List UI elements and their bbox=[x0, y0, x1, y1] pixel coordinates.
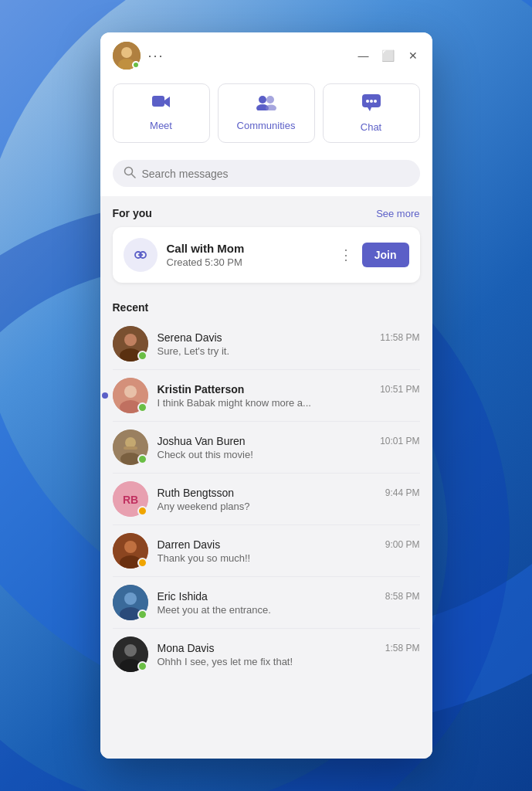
svg-point-24 bbox=[125, 437, 136, 448]
chat-button[interactable]: Chat bbox=[323, 83, 420, 143]
svg-rect-26 bbox=[124, 446, 137, 450]
chat-preview: Thank you so much!! bbox=[158, 552, 420, 564]
more-options-button[interactable]: ··· bbox=[148, 48, 164, 64]
call-title: Call with Mom bbox=[167, 242, 327, 255]
chat-preview: Sure, Let's try it. bbox=[158, 345, 420, 357]
chat-name: Joshua Van Buren bbox=[158, 435, 246, 447]
svg-point-11 bbox=[374, 100, 377, 103]
user-avatar-container bbox=[113, 42, 141, 70]
call-link-icon bbox=[124, 238, 158, 272]
svg-point-21 bbox=[124, 385, 137, 398]
quick-actions-bar: Meet Communities bbox=[100, 76, 432, 154]
status-badge bbox=[137, 506, 147, 516]
search-bar bbox=[113, 160, 420, 187]
chat-item-serena[interactable]: Serena Davis 11:58 PM Sure, Let's try it… bbox=[113, 318, 420, 370]
search-input[interactable] bbox=[142, 168, 409, 180]
title-bar: ··· — ⬜ ✕ bbox=[100, 32, 432, 76]
meet-icon bbox=[151, 93, 171, 115]
status-badge bbox=[137, 402, 147, 412]
chat-avatar bbox=[113, 429, 148, 465]
svg-point-1 bbox=[121, 47, 132, 58]
svg-rect-3 bbox=[152, 96, 164, 107]
chat-avatar bbox=[113, 637, 148, 672]
chat-name: Darren Davis bbox=[158, 538, 221, 551]
chat-body: Mona Davis 1:58 PM Ohhh I see, yes let m… bbox=[158, 642, 420, 667]
svg-point-5 bbox=[266, 96, 274, 104]
chat-time: 9:44 PM bbox=[385, 487, 420, 498]
chat-name: Kristin Patterson bbox=[158, 383, 245, 396]
user-status-dot bbox=[132, 61, 140, 69]
call-more-button[interactable]: ⋮ bbox=[336, 245, 356, 265]
chat-body: Serena Davis 11:58 PM Sure, Let's try it… bbox=[158, 331, 420, 357]
svg-point-9 bbox=[366, 100, 369, 103]
chat-name: Serena Davis bbox=[158, 331, 222, 344]
for-you-header: For you See more bbox=[113, 207, 420, 219]
chat-time: 11:58 PM bbox=[380, 332, 419, 343]
svg-point-30 bbox=[124, 541, 137, 553]
chat-body: Eric Ishida 8:58 PM Meet you at the entr… bbox=[158, 590, 420, 616]
communities-icon bbox=[256, 93, 277, 115]
chat-body: Darren Davis 9:00 PM Thank you so much!! bbox=[158, 538, 420, 564]
communities-button[interactable]: Communities bbox=[218, 83, 315, 143]
chat-list: Serena Davis 11:58 PM Sure, Let's try it… bbox=[113, 318, 420, 680]
status-badge bbox=[137, 661, 147, 671]
call-subtitle: Created 5:30 PM bbox=[167, 256, 327, 268]
chat-header-row: Serena Davis 11:58 PM bbox=[158, 331, 420, 344]
chat-item-ruth[interactable]: RB Ruth Bengtsson 9:44 PM Any weekend pl… bbox=[113, 474, 420, 525]
join-button[interactable]: Join bbox=[362, 243, 409, 267]
svg-point-36 bbox=[124, 644, 137, 657]
search-icon bbox=[124, 166, 136, 181]
chat-avatar bbox=[113, 378, 148, 413]
chat-item-kristin[interactable]: Kristin Patterson 10:51 PM I think Babak… bbox=[113, 370, 420, 422]
status-badge bbox=[137, 351, 147, 361]
chat-header-row: Joshua Van Buren 10:01 PM bbox=[158, 435, 420, 447]
chat-body: Joshua Van Buren 10:01 PM Check out this… bbox=[158, 435, 420, 460]
for-you-title: For you bbox=[113, 207, 152, 219]
svg-point-4 bbox=[259, 96, 266, 104]
chat-preview: Meet you at the entrance. bbox=[158, 604, 420, 616]
search-section bbox=[100, 154, 432, 196]
see-more-link[interactable]: See more bbox=[376, 208, 419, 219]
chat-avatar bbox=[113, 326, 148, 362]
svg-point-33 bbox=[124, 592, 137, 605]
status-badge bbox=[137, 558, 147, 568]
chat-time: 9:00 PM bbox=[385, 539, 420, 550]
svg-point-18 bbox=[124, 334, 137, 346]
meet-button[interactable]: Meet bbox=[113, 83, 210, 143]
app-window: ··· — ⬜ ✕ Meet bbox=[100, 32, 432, 759]
svg-line-13 bbox=[131, 175, 135, 178]
chat-time: 10:01 PM bbox=[380, 436, 419, 446]
call-actions: ⋮ Join bbox=[336, 243, 409, 267]
chat-icon bbox=[361, 93, 381, 117]
chat-time: 10:51 PM bbox=[380, 384, 419, 395]
svg-text:RB: RB bbox=[122, 494, 137, 506]
meet-label: Meet bbox=[150, 120, 172, 131]
for-you-section: For you See more Call with Mom Created 5… bbox=[100, 196, 432, 289]
minimize-button[interactable]: — bbox=[357, 49, 371, 63]
maximize-button[interactable]: ⬜ bbox=[381, 49, 395, 63]
chat-header-row: Ruth Bengtsson 9:44 PM bbox=[158, 487, 420, 499]
call-card: Call with Mom Created 5:30 PM ⋮ Join bbox=[113, 227, 420, 283]
call-info: Call with Mom Created 5:30 PM bbox=[167, 242, 327, 268]
chat-avatar bbox=[113, 533, 148, 569]
chat-name: Eric Ishida bbox=[158, 590, 208, 603]
communities-label: Communities bbox=[237, 120, 296, 131]
chat-avatar: RB bbox=[113, 481, 148, 517]
chat-item-mona[interactable]: Mona Davis 1:58 PM Ohhh I see, yes let m… bbox=[113, 629, 420, 680]
svg-point-10 bbox=[370, 100, 373, 103]
chat-item-joshua[interactable]: Joshua Van Buren 10:01 PM Check out this… bbox=[113, 422, 420, 474]
recent-section: Recent Serena Davis 11:58 PM Sure, Let's… bbox=[100, 289, 432, 684]
chat-item-darren[interactable]: Darren Davis 9:00 PM Thank you so much!! bbox=[113, 525, 420, 577]
chat-body: Ruth Bengtsson 9:44 PM Any weekend plans… bbox=[158, 487, 420, 512]
close-button[interactable]: ✕ bbox=[406, 49, 420, 63]
chat-item-eric[interactable]: Eric Ishida 8:58 PM Meet you at the entr… bbox=[113, 577, 420, 629]
chat-label: Chat bbox=[361, 121, 381, 133]
chat-name: Mona Davis bbox=[158, 642, 215, 654]
chat-name: Ruth Bengtsson bbox=[158, 487, 235, 499]
window-controls: — ⬜ ✕ bbox=[357, 49, 420, 63]
status-badge bbox=[137, 454, 147, 464]
chat-header-row: Darren Davis 9:00 PM bbox=[158, 538, 420, 551]
chat-preview: Check out this movie! bbox=[158, 449, 420, 460]
chat-preview: I think Babak might know more a... bbox=[158, 397, 420, 409]
chat-preview: Any weekend plans? bbox=[158, 501, 420, 512]
